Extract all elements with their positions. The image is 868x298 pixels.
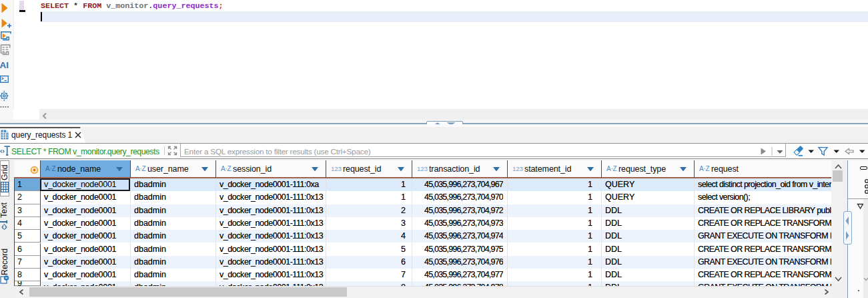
svg-text:AI: AI [0,60,9,70]
